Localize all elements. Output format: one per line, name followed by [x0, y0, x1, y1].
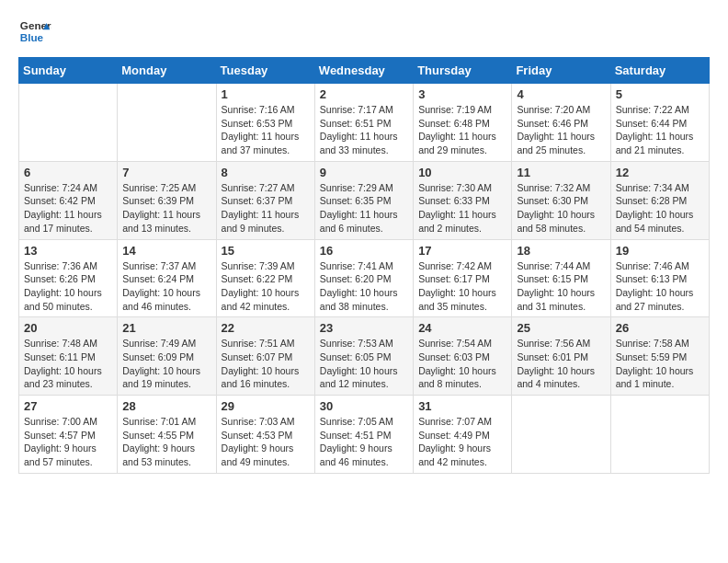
day-info: Sunrise: 7:37 AMSunset: 6:24 PMDaylight:…: [122, 259, 210, 314]
day-info: Sunrise: 7:46 AMSunset: 6:13 PMDaylight:…: [616, 259, 704, 314]
day-info: Sunrise: 7:48 AMSunset: 6:11 PMDaylight:…: [24, 337, 112, 391]
day-info: Sunrise: 7:07 AMSunset: 4:49 PMDaylight:…: [418, 415, 506, 469]
calendar-cell: 28Sunrise: 7:01 AMSunset: 4:55 PMDayligh…: [118, 396, 216, 474]
calendar-week-row: 20Sunrise: 7:48 AMSunset: 6:11 PMDayligh…: [19, 317, 710, 396]
day-info: Sunrise: 7:54 AMSunset: 6:03 PMDaylight:…: [418, 337, 506, 391]
calendar-cell: 24Sunrise: 7:54 AMSunset: 6:03 PMDayligh…: [414, 317, 512, 396]
day-info: Sunrise: 7:56 AMSunset: 6:01 PMDaylight:…: [517, 337, 605, 391]
calendar-cell: [610, 396, 709, 474]
day-number: 3: [418, 87, 506, 101]
day-number: 27: [24, 399, 112, 413]
day-number: 8: [222, 166, 310, 179]
calendar-week-row: 1Sunrise: 7:16 AMSunset: 6:53 PMDaylight…: [19, 84, 710, 162]
day-number: 18: [517, 244, 605, 258]
day-info: Sunrise: 7:30 AMSunset: 6:33 PMDaylight:…: [418, 181, 506, 236]
day-number: 24: [418, 321, 506, 335]
calendar-cell: 23Sunrise: 7:53 AMSunset: 6:05 PMDayligh…: [314, 317, 413, 396]
day-info: Sunrise: 7:01 AMSunset: 4:55 PMDaylight:…: [122, 415, 210, 469]
calendar-cell: 1Sunrise: 7:16 AMSunset: 6:53 PMDaylight…: [216, 84, 314, 162]
day-info: Sunrise: 7:41 AMSunset: 6:20 PMDaylight:…: [320, 259, 408, 314]
day-info: Sunrise: 7:58 AMSunset: 5:59 PMDaylight:…: [616, 337, 704, 391]
weekday-header-wednesday: Wednesday: [314, 58, 413, 84]
calendar-cell: 12Sunrise: 7:34 AMSunset: 6:28 PMDayligh…: [610, 161, 709, 239]
day-info: Sunrise: 7:22 AMSunset: 6:44 PMDaylight:…: [616, 103, 704, 157]
day-number: 12: [616, 166, 704, 179]
calendar-cell: [19, 84, 118, 162]
day-number: 28: [122, 399, 210, 413]
calendar-cell: 11Sunrise: 7:32 AMSunset: 6:30 PMDayligh…: [512, 161, 610, 239]
calendar-cell: 29Sunrise: 7:03 AMSunset: 4:53 PMDayligh…: [216, 396, 314, 474]
day-number: 16: [320, 244, 408, 258]
day-number: 14: [122, 244, 210, 258]
day-number: 4: [517, 87, 605, 101]
calendar-cell: 18Sunrise: 7:44 AMSunset: 6:15 PMDayligh…: [512, 239, 610, 317]
calendar-week-row: 27Sunrise: 7:00 AMSunset: 4:57 PMDayligh…: [19, 396, 710, 474]
calendar-cell: 27Sunrise: 7:00 AMSunset: 4:57 PMDayligh…: [19, 396, 118, 474]
day-info: Sunrise: 7:32 AMSunset: 6:30 PMDaylight:…: [517, 181, 605, 236]
calendar-cell: 9Sunrise: 7:29 AMSunset: 6:35 PMDaylight…: [314, 161, 413, 239]
calendar-cell: 14Sunrise: 7:37 AMSunset: 6:24 PMDayligh…: [118, 239, 216, 317]
day-number: 22: [222, 321, 310, 335]
day-number: 30: [320, 399, 408, 413]
calendar-cell: 30Sunrise: 7:05 AMSunset: 4:51 PMDayligh…: [314, 396, 413, 474]
day-info: Sunrise: 7:17 AMSunset: 6:51 PMDaylight:…: [320, 103, 408, 157]
day-number: 29: [222, 399, 310, 413]
day-number: 10: [418, 166, 506, 179]
day-info: Sunrise: 7:36 AMSunset: 6:26 PMDaylight:…: [24, 259, 112, 314]
day-number: 20: [24, 321, 112, 335]
day-info: Sunrise: 7:03 AMSunset: 4:53 PMDaylight:…: [222, 415, 310, 469]
weekday-header-sunday: Sunday: [19, 58, 118, 84]
weekday-header-row: SundayMondayTuesdayWednesdayThursdayFrid…: [19, 58, 710, 84]
calendar-table: SundayMondayTuesdayWednesdayThursdayFrid…: [18, 57, 710, 474]
day-number: 1: [222, 87, 310, 101]
calendar-cell: 4Sunrise: 7:20 AMSunset: 6:46 PMDaylight…: [512, 84, 610, 162]
day-info: Sunrise: 7:20 AMSunset: 6:46 PMDaylight:…: [517, 103, 605, 157]
calendar-cell: 22Sunrise: 7:51 AMSunset: 6:07 PMDayligh…: [216, 317, 314, 396]
weekday-header-monday: Monday: [118, 58, 216, 84]
weekday-header-friday: Friday: [512, 58, 610, 84]
day-number: 9: [320, 166, 408, 179]
day-info: Sunrise: 7:53 AMSunset: 6:05 PMDaylight:…: [320, 337, 408, 391]
calendar-cell: 19Sunrise: 7:46 AMSunset: 6:13 PMDayligh…: [610, 239, 709, 317]
day-number: 15: [222, 244, 310, 258]
day-info: Sunrise: 7:05 AMSunset: 4:51 PMDaylight:…: [320, 415, 408, 469]
day-number: 11: [517, 166, 605, 179]
calendar-cell: 8Sunrise: 7:27 AMSunset: 6:37 PMDaylight…: [216, 161, 314, 239]
calendar-cell: 25Sunrise: 7:56 AMSunset: 6:01 PMDayligh…: [512, 317, 610, 396]
calendar-cell: 26Sunrise: 7:58 AMSunset: 5:59 PMDayligh…: [610, 317, 709, 396]
day-info: Sunrise: 7:24 AMSunset: 6:42 PMDaylight:…: [24, 181, 112, 236]
day-number: 17: [418, 244, 506, 258]
day-info: Sunrise: 7:00 AMSunset: 4:57 PMDaylight:…: [24, 415, 112, 469]
day-info: Sunrise: 7:27 AMSunset: 6:37 PMDaylight:…: [222, 181, 310, 236]
calendar-cell: 10Sunrise: 7:30 AMSunset: 6:33 PMDayligh…: [414, 161, 512, 239]
logo: General Blue: [18, 15, 51, 48]
calendar-cell: 21Sunrise: 7:49 AMSunset: 6:09 PMDayligh…: [118, 317, 216, 396]
day-number: 26: [616, 321, 704, 335]
calendar-cell: 17Sunrise: 7:42 AMSunset: 6:17 PMDayligh…: [414, 239, 512, 317]
calendar-week-row: 6Sunrise: 7:24 AMSunset: 6:42 PMDaylight…: [19, 161, 710, 239]
day-info: Sunrise: 7:42 AMSunset: 6:17 PMDaylight:…: [418, 259, 506, 314]
calendar-cell: 13Sunrise: 7:36 AMSunset: 6:26 PMDayligh…: [19, 239, 118, 317]
day-number: 2: [320, 87, 408, 101]
logo-icon: General Blue: [18, 15, 51, 48]
day-info: Sunrise: 7:39 AMSunset: 6:22 PMDaylight:…: [222, 259, 310, 314]
day-number: 5: [616, 87, 704, 101]
day-info: Sunrise: 7:16 AMSunset: 6:53 PMDaylight:…: [222, 103, 310, 157]
day-number: 31: [418, 399, 506, 413]
calendar-cell: 2Sunrise: 7:17 AMSunset: 6:51 PMDaylight…: [314, 84, 413, 162]
day-number: 6: [24, 166, 112, 179]
calendar-cell: 6Sunrise: 7:24 AMSunset: 6:42 PMDaylight…: [19, 161, 118, 239]
day-info: Sunrise: 7:29 AMSunset: 6:35 PMDaylight:…: [320, 181, 408, 236]
calendar-cell: 3Sunrise: 7:19 AMSunset: 6:48 PMDaylight…: [414, 84, 512, 162]
day-info: Sunrise: 7:51 AMSunset: 6:07 PMDaylight:…: [222, 337, 310, 391]
calendar-cell: 16Sunrise: 7:41 AMSunset: 6:20 PMDayligh…: [314, 239, 413, 317]
day-number: 13: [24, 244, 112, 258]
day-number: 21: [122, 321, 210, 335]
calendar-cell: 5Sunrise: 7:22 AMSunset: 6:44 PMDaylight…: [610, 84, 709, 162]
weekday-header-tuesday: Tuesday: [216, 58, 314, 84]
day-info: Sunrise: 7:49 AMSunset: 6:09 PMDaylight:…: [122, 337, 210, 391]
calendar-cell: [512, 396, 610, 474]
calendar-cell: 31Sunrise: 7:07 AMSunset: 4:49 PMDayligh…: [414, 396, 512, 474]
calendar-cell: 15Sunrise: 7:39 AMSunset: 6:22 PMDayligh…: [216, 239, 314, 317]
day-number: 25: [517, 321, 605, 335]
